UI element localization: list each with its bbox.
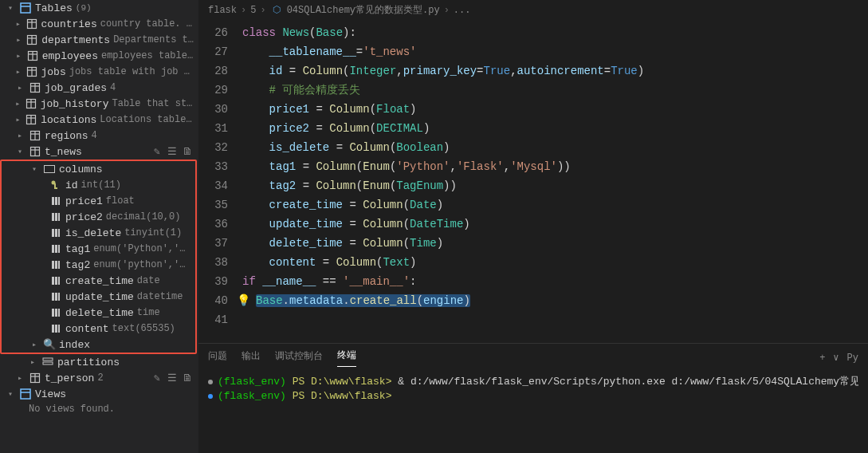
column-content[interactable]: content text(65535) <box>2 321 195 337</box>
code-line-27[interactable]: __tablename__='t_news' <box>242 42 868 61</box>
svg-rect-51 <box>52 293 54 301</box>
code-line-38[interactable]: content = Column(Text) <box>242 253 868 272</box>
column-name: delete_time <box>65 307 134 319</box>
breadcrumb-item[interactable]: 5 <box>250 5 256 16</box>
code-body[interactable]: class News(Base): __tablename__='t_news'… <box>242 23 868 343</box>
code-editor[interactable]: 26272829303132333435363738394041 class N… <box>198 20 868 343</box>
sidebar-item-regions[interactable]: ▸ regions 4 <box>0 128 198 144</box>
file-icon[interactable]: 🗎 <box>181 372 194 384</box>
terminal-body[interactable]: (flask_env) PS D:\www\flask> & d:/www/fl… <box>198 367 868 453</box>
chevron-right-icon: ▸ <box>14 373 26 383</box>
table-desc: 2 <box>97 372 103 384</box>
partitions-label: partitions <box>57 356 120 368</box>
chevron-down-icon: ▾ <box>5 389 16 399</box>
key-icon <box>49 179 62 191</box>
chevron-right-icon: ▸ <box>14 67 22 77</box>
chevron-right-icon: ▸ <box>14 51 23 61</box>
column-icon <box>49 195 62 207</box>
column-type: enum('Python','Flask',... <box>93 243 190 254</box>
code-line-33[interactable]: tag1 = Column(Enum('Python','Flask','Mys… <box>242 157 868 176</box>
column-name: create_time <box>65 275 134 287</box>
code-line-26[interactable]: class News(Base): <box>242 23 868 42</box>
column-tag1[interactable]: tag1 enum('Python','Flask',... <box>2 241 195 257</box>
column-price2[interactable]: price2 decimal(10,0) <box>2 209 195 225</box>
breadcrumb-item[interactable]: ... <box>454 5 471 16</box>
svg-rect-49 <box>55 277 57 285</box>
svg-rect-65 <box>21 389 30 399</box>
column-update_time[interactable]: update_time datetime <box>2 289 195 305</box>
column-icon <box>49 258 62 271</box>
code-line-35[interactable]: create_time = Column(Date) <box>242 195 868 215</box>
table-icon <box>29 81 41 94</box>
code-line-36[interactable]: update_time = Column(DateTime) <box>242 215 868 234</box>
terminal-action-icon[interactable]: Py <box>847 353 858 364</box>
breadcrumb-item[interactable]: 04SQLAlchemy常见的数据类型.py <box>287 3 440 17</box>
list-icon[interactable]: ☰ <box>166 372 179 384</box>
code-line-40[interactable]: 💡Base.metadata.create_all(engine) <box>242 291 868 310</box>
code-line-30[interactable]: price1 = Column(Float) <box>242 100 868 119</box>
code-line-28[interactable]: id = Column(Integer,primary_key=True,aut… <box>242 61 868 81</box>
tables-label: Tables <box>35 2 73 14</box>
column-create_time[interactable]: create_time date <box>2 273 195 289</box>
terminal-tab-0[interactable]: 问题 <box>208 349 227 367</box>
list-icon[interactable]: ☰ <box>166 145 179 158</box>
sidebar-item-job_history[interactable]: ▸ job_history Table that stores jo... <box>0 96 198 112</box>
column-is_delete[interactable]: is_delete tinyint(1) <box>2 225 195 241</box>
terminal-tab-2[interactable]: 调试控制台 <box>275 349 323 367</box>
svg-rect-45 <box>52 261 54 269</box>
code-line-39[interactable]: if __name__ == '__main__': <box>242 272 868 291</box>
sidebar-item-employees[interactable]: ▸ employees employees table. C... <box>0 48 198 64</box>
table-desc: country table. Contai... <box>100 18 194 30</box>
status-dot-icon <box>208 394 213 399</box>
column-name: content <box>65 323 109 335</box>
pencil-icon[interactable]: ✎ <box>151 372 163 384</box>
column-icon <box>49 242 62 255</box>
sidebar-item-locations[interactable]: ▸ locations Locations table that c... <box>0 112 198 128</box>
column-delete_time[interactable]: delete_time time <box>2 305 195 321</box>
tables-section-header[interactable]: ▾ Tables (9) <box>0 0 198 16</box>
sidebar-item-countries[interactable]: ▸ countries country table. Contai... <box>0 16 198 32</box>
svg-rect-53 <box>58 293 60 301</box>
terminal-tab-1[interactable]: 输出 <box>242 349 261 367</box>
sidebar-item-columns[interactable]: ▾ columns <box>2 161 195 177</box>
views-section-header[interactable]: ▾ Views <box>0 386 198 402</box>
breadcrumb[interactable]: flask › 5 › ⬡ 04SQLAlchemy常见的数据类型.py › .… <box>198 0 868 20</box>
table-name: jobs <box>41 66 66 78</box>
chevron-right-icon: ▸ <box>29 340 40 349</box>
code-line-29[interactable]: # 可能会精度丢失 <box>242 81 868 100</box>
terminal-action-icon[interactable]: ∨ <box>833 352 839 364</box>
code-line-31[interactable]: price2 = Column(DECIMAL) <box>242 119 868 138</box>
svg-rect-43 <box>55 245 57 253</box>
column-id[interactable]: id int(11) <box>2 177 195 193</box>
code-line-37[interactable]: delete_time = Column(Time) <box>242 234 868 253</box>
breadcrumb-item[interactable]: flask <box>208 5 237 16</box>
table-icon <box>29 372 41 384</box>
file-icon[interactable]: 🗎 <box>181 145 194 158</box>
svg-rect-37 <box>55 213 57 221</box>
code-line-41[interactable] <box>242 310 868 329</box>
column-price1[interactable]: price1 float <box>2 193 195 209</box>
chevron-right-icon: ▸ <box>14 83 26 93</box>
table-desc: jobs table with job titles an... <box>69 66 194 77</box>
terminal-action-icon[interactable]: + <box>819 353 825 364</box>
sidebar-item-partitions[interactable]: ▸ partitions <box>0 354 198 370</box>
sidebar-item-t_news[interactable]: ▾ t_news ✎ ☰ 🗎 <box>0 144 198 160</box>
column-name: tag1 <box>65 243 90 255</box>
index-label: index <box>59 339 90 351</box>
code-line-34[interactable]: tag2 = Column(Enum(TagEnum)) <box>242 176 868 195</box>
svg-rect-42 <box>52 245 54 253</box>
column-tag2[interactable]: tag2 enum('python','flask','m... <box>2 257 195 273</box>
sidebar-item-t_person[interactable]: ▸ t_person 2 ✎ ☰ 🗎 <box>0 370 198 386</box>
pencil-icon[interactable]: ✎ <box>151 145 163 158</box>
svg-rect-40 <box>55 229 57 237</box>
sidebar-item-jobs[interactable]: ▸ jobs jobs table with job titles an... <box>0 64 198 80</box>
sidebar-item-index[interactable]: ▸ 🔍 index <box>2 337 195 353</box>
svg-rect-52 <box>55 293 57 301</box>
terminal-line: (flask_env) PS D:\www\flask> & d:/www/fl… <box>208 375 858 389</box>
terminal-tab-3[interactable]: 终端 <box>337 349 356 367</box>
line-gutter: 26272829303132333435363738394041 <box>198 23 242 343</box>
code-line-32[interactable]: is_delete = Column(Boolean) <box>242 138 868 157</box>
svg-rect-55 <box>55 309 57 317</box>
sidebar-item-job_grades[interactable]: ▸ job_grades 4 <box>0 80 198 96</box>
sidebar-item-departments[interactable]: ▸ departments Departments tabl... <box>0 32 198 48</box>
